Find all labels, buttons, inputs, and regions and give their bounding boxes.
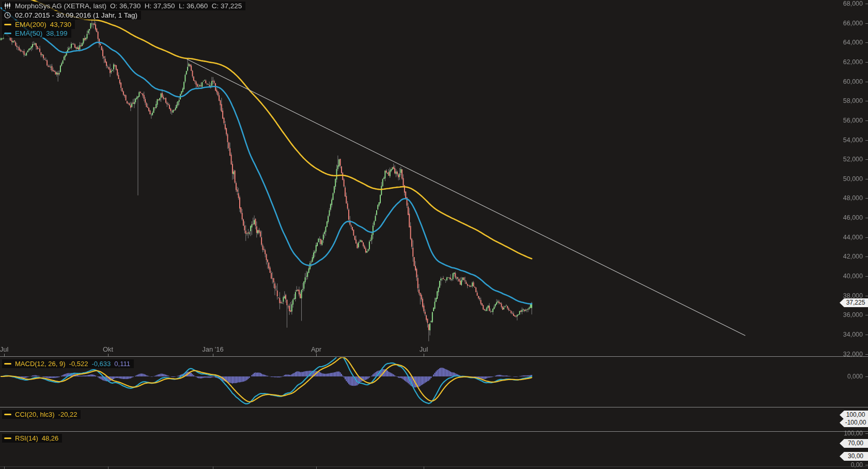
chart-application: MorphoSys AG (XETRA, last)O: 36,730 H: 3… [0,0,868,469]
price-tick-label: 42,000 [843,253,863,260]
cci-value: -20,22 [58,411,78,418]
ema200-value: 43,730 [50,21,71,28]
period-legend-row[interactable]: 02.07.2015 - 30.09.2016 (1 Jahr, 1 Tag) [2,11,141,20]
bottom-tick-mark [108,466,109,469]
cci-line-icon [4,414,11,415]
instrument-legend-row[interactable]: MorphoSys AG (XETRA, last)O: 36,730 H: 3… [2,2,245,10]
price-tick-label: 44,000 [843,234,863,241]
price-tick-label: 38,000 [843,292,863,299]
price-tick-label: 34,000 [843,331,863,338]
time-tick-label: Jan '16 [202,345,224,353]
price-tick-label: 60,000 [843,78,863,85]
rsi-bottom-label: 0,00 [851,461,863,468]
time-tick-label: Jul [420,345,428,353]
time-tick-mark [424,354,424,356]
rsi-legend-row[interactable]: RSI(14)48,26 [2,434,62,443]
price-tick-label: 58,000 [843,97,863,104]
instrument-title: MorphoSys AG (XETRA, last) [15,2,106,10]
ema200-line-icon [4,24,11,25]
price-tick-mark [865,42,868,43]
price-tick-label: 46,000 [843,214,863,221]
time-tick-label: Jul [0,345,8,353]
price-tick-mark [865,82,868,82]
macd-zero-label: 0,000 [847,373,863,380]
cci-upper-badge: 100,00 [840,411,868,419]
ema200-label: EMA(200) [15,21,47,28]
macd-label: MACD(12, 26, 9) [15,360,66,368]
price-tick-label: 52,000 [843,156,863,163]
period-range: 02.07.2015 - 30.09.2016 (1 Jahr, 1 Tag) [15,11,137,19]
price-tick-mark [865,62,868,63]
price-tick-mark [865,335,868,335]
price-tick-mark [865,237,868,238]
time-tick-mark [108,354,109,356]
cci-legend-row[interactable]: CCI(20, hlc3)-20,22 [2,410,81,419]
rsi-upper-badge: 70,00 [840,439,868,448]
time-tick-mark [4,354,5,356]
price-tick-mark [865,296,868,296]
candlestick-chart-icon [4,3,11,9]
price-tick-label: 68,000 [843,0,863,7]
ohlc-values: O: 36,730 H: 37,350 L: 36,060 C: 37,225 [110,2,242,10]
price-tick-label: 48,000 [843,194,863,202]
macd-legend-row[interactable]: MACD(12, 26, 9)-0,522-0,6330,111 [2,359,134,368]
rsi-line-icon [4,437,11,439]
rsi-value: 48,26 [42,434,59,442]
price-tick-label: 32,000 [843,351,863,358]
price-tick-mark [865,140,868,141]
ema50-legend-row[interactable]: EMA(50)38,199 [2,29,71,38]
macd-line-icon [4,363,11,365]
price-tick-mark [865,218,868,218]
price-tick-mark [865,315,868,315]
price-tick-mark [865,159,868,160]
price-tick-label: 50,000 [843,175,863,183]
cci-label: CCI(20, hlc3) [15,411,55,418]
ema200-legend-row[interactable]: EMA(200)43,730 [2,20,75,29]
macd-value: -0,522 [69,360,88,368]
chart-canvas[interactable] [0,0,868,469]
price-tick-label: 56,000 [843,117,863,124]
time-tick-label: Apr [311,345,321,353]
bottom-tick-mark [424,466,424,469]
price-tick-label: 36,000 [843,311,863,319]
price-tick-mark [865,120,868,121]
macd-cci-separator [0,407,868,407]
price-tick-mark [865,179,868,179]
price-tick-label: 54,000 [843,137,863,144]
ema50-line-icon [4,33,11,34]
bottom-tick-mark [4,466,5,469]
price-tick-label: 62,000 [843,58,863,66]
time-tick-label: Okt [103,345,113,353]
time-tick-mark [213,354,213,356]
price-tick-mark [865,23,868,24]
rsi-top-tick [865,433,868,434]
price-tick-label: 66,000 [843,20,863,27]
time-tick-mark [316,354,317,356]
rsi-top-label: 100,00 [844,430,863,437]
rsi-lower-badge: 30,00 [840,452,868,461]
price-tick-mark [865,198,868,199]
price-tick-label: 40,000 [843,273,863,280]
bottom-axis-line [0,466,868,467]
bottom-tick-mark [316,466,317,469]
price-tick-label: 64,000 [843,39,863,46]
macd-signal-value: -0,633 [91,360,111,368]
main-macd-separator [0,356,868,357]
price-tick-mark [865,354,868,355]
clock-icon [4,12,11,19]
cci-lower-badge: -100,00 [840,418,868,427]
price-tick-mark [865,4,868,4]
price-tick-mark [865,276,868,277]
macd-hist-value: 0,111 [114,360,130,368]
ema50-value: 38,199 [46,29,67,37]
last-price-badge: 37,225 [840,298,868,307]
price-tick-mark [865,256,868,257]
rsi-bottom-tick [865,465,868,465]
price-tick-mark [865,101,868,101]
ema50-label: EMA(50) [15,29,42,37]
cci-rsi-separator [0,431,868,432]
macd-zero-tick [865,376,868,377]
bottom-tick-mark [213,466,213,469]
rsi-label: RSI(14) [15,434,38,442]
